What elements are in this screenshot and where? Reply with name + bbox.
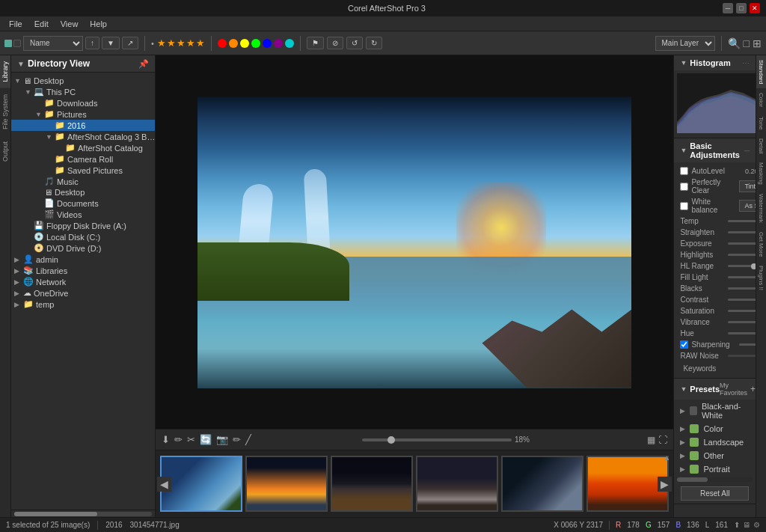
export-button[interactable]: ↗ (122, 37, 138, 49)
status-icon-2[interactable]: 🖥 (743, 521, 750, 529)
star-1[interactable]: ★ (157, 37, 166, 49)
rotate-tool-button[interactable]: 🔄 (200, 434, 212, 445)
grid-view-button[interactable]: ⊞ (753, 37, 762, 49)
histogram-options-icon[interactable]: ⋯ (742, 59, 750, 67)
autolevel-checkbox[interactable] (680, 167, 688, 175)
layer-dropdown[interactable]: Main Layer (655, 36, 715, 51)
tree-item-temp[interactable]: ▶📁temp (11, 299, 155, 310)
color-green[interactable] (251, 39, 260, 48)
color-cyan[interactable] (285, 39, 294, 48)
raw-noise-slider[interactable] (728, 355, 756, 357)
tree-item-localdisk[interactable]: 💿Local Disk (C:) (11, 231, 155, 242)
saturation-slider[interactable] (728, 310, 756, 312)
exposure-slider[interactable] (728, 242, 756, 245)
straighten-slider[interactable] (728, 231, 756, 233)
filmstrip-thumb-2[interactable] (245, 456, 328, 512)
tree-item-aftershot3[interactable]: ▼📁AfterShot Catalog 3 B… (11, 131, 155, 142)
basic-adjustments-header[interactable]: ▼ Basic Adjustments ─ (674, 138, 756, 162)
tree-item-aftershotcat[interactable]: 📁AfterShot Catalog (11, 142, 155, 153)
tree-item-thispc[interactable]: ▼💻This PC (11, 86, 155, 97)
tree-item-desktop2[interactable]: 🖥Desktop (11, 187, 155, 198)
sort-asc-button[interactable]: ↑ (85, 37, 99, 49)
expand-button[interactable]: ⛶ (658, 435, 667, 445)
tree-item-2016[interactable]: 📁2016 (11, 120, 155, 131)
sort-dropdown[interactable]: Name Date Rating (23, 36, 83, 51)
watermark-tab[interactable]: Watermark (756, 189, 766, 227)
reset-all-button[interactable]: Reset All (681, 486, 749, 501)
vibrance-slider[interactable] (728, 321, 756, 323)
hl-range-slider[interactable] (728, 265, 756, 267)
download-tool-button[interactable]: ⬇ (162, 434, 170, 445)
status-icon-3[interactable]: ⚙ (753, 521, 760, 529)
tree-item-documents[interactable]: 📄Documents (11, 198, 155, 209)
filmstrip-thumb-4[interactable] (416, 456, 498, 512)
star-5[interactable]: ★ (196, 37, 205, 49)
tree-item-videos[interactable]: 🎬Videos (11, 209, 155, 220)
menu-item-edit[interactable]: Edit (28, 18, 55, 30)
line-tool-button[interactable]: ╱ (245, 434, 251, 445)
edit-tool-button[interactable]: ✏ (233, 434, 241, 445)
tree-item-music[interactable]: 🎵Music (11, 176, 155, 187)
preset-portrait[interactable]: ▶ Portrait (674, 462, 756, 476)
masking-tab[interactable]: Masking (756, 158, 766, 189)
star-4[interactable]: ★ (186, 37, 195, 49)
filmstrip-thumb-1[interactable] (160, 456, 242, 512)
get-more-tab[interactable]: Get More (756, 227, 766, 261)
star-3[interactable]: ★ (177, 37, 186, 49)
color-orange[interactable] (229, 39, 238, 48)
filmstrip-next-button[interactable]: ▶ (658, 477, 672, 492)
directory-tree[interactable]: ▼🖥Desktop▼💻This PC 📁Downloads▼📁Pictures … (11, 73, 155, 510)
search-view-button[interactable]: 🔍 (728, 37, 741, 49)
presets-header[interactable]: ▼ Presets My Favorites + ⋯ (674, 379, 756, 400)
info-overlay-button[interactable]: ▦ (647, 435, 655, 445)
reject-button[interactable]: ⊘ (327, 37, 343, 49)
preset-color[interactable]: ▶ Color (674, 422, 756, 435)
undo-button[interactable]: ↺ (346, 37, 363, 49)
perfectly-clear-checkbox[interactable] (680, 183, 688, 191)
brush-tool-button[interactable]: ✏ (174, 434, 183, 445)
preset-landscape[interactable]: ▶ Landscape (674, 435, 756, 449)
tree-item-admin[interactable]: ▶👤admin (11, 254, 155, 265)
tree-item-libraries[interactable]: ▶📚Libraries (11, 265, 155, 276)
color-yellow[interactable] (240, 39, 249, 48)
tone-tab[interactable]: Tone (756, 112, 766, 134)
preset-add-button[interactable]: + (750, 384, 756, 394)
menu-item-file[interactable]: File (3, 18, 28, 30)
tree-item-cameraroll[interactable]: 📁Camera Roll (11, 153, 155, 165)
histogram-header[interactable]: ▼ Histogram ⋯ (674, 55, 756, 70)
temp-slider[interactable] (728, 220, 756, 222)
presets-scrollbar[interactable] (677, 477, 753, 482)
contrast-slider[interactable] (728, 299, 756, 301)
preset-black-white[interactable]: ▶ Black-and-White (674, 400, 756, 422)
hue-slider[interactable] (728, 332, 756, 334)
tree-item-onedrive[interactable]: ▶☁OneDrive (11, 287, 155, 299)
blacks-slider[interactable] (728, 287, 756, 290)
color-blue[interactable] (263, 39, 272, 48)
fill-light-slider[interactable] (728, 276, 756, 278)
star-2[interactable]: ★ (167, 37, 176, 49)
filmstrip-thumb-3[interactable] (331, 456, 413, 512)
sharpening-checkbox[interactable] (680, 340, 688, 349)
library-tab[interactable]: Library (0, 55, 10, 88)
crop-tool-button[interactable]: ✂ (187, 434, 195, 445)
tint-dropdown[interactable]: Tint Off (739, 180, 756, 192)
tree-item-savedpictures[interactable]: 📁Saved Pictures (11, 165, 155, 176)
zoom-slider[interactable] (362, 438, 512, 441)
filmstrip-thumb-6[interactable] (586, 456, 669, 512)
preset-other[interactable]: ▶ Other (674, 449, 756, 462)
tree-item-floppy[interactable]: 💾Floppy Disk Drive (A:) (11, 220, 155, 231)
highlights-slider[interactable] (728, 254, 756, 256)
status-icon-1[interactable]: ⬆ (734, 521, 740, 529)
tree-item-network[interactable]: ▶🌐Network (11, 276, 155, 287)
tree-item-dvd[interactable]: 📀DVD Drive (D:) (11, 242, 155, 254)
color-purple[interactable] (274, 39, 283, 48)
horizontal-scrollbar[interactable] (11, 510, 155, 517)
sharpening-slider[interactable] (739, 343, 756, 346)
color-red[interactable] (218, 39, 227, 48)
tree-item-desktop[interactable]: ▼🖥Desktop (11, 76, 155, 86)
close-button[interactable]: ✕ (750, 3, 760, 13)
wb-checkbox[interactable] (680, 202, 688, 210)
flag-button[interactable]: ⚑ (307, 37, 324, 49)
sort-filter-button[interactable]: ▼ (102, 37, 120, 49)
filmstrip-expand-button[interactable]: ▲ (664, 453, 671, 462)
